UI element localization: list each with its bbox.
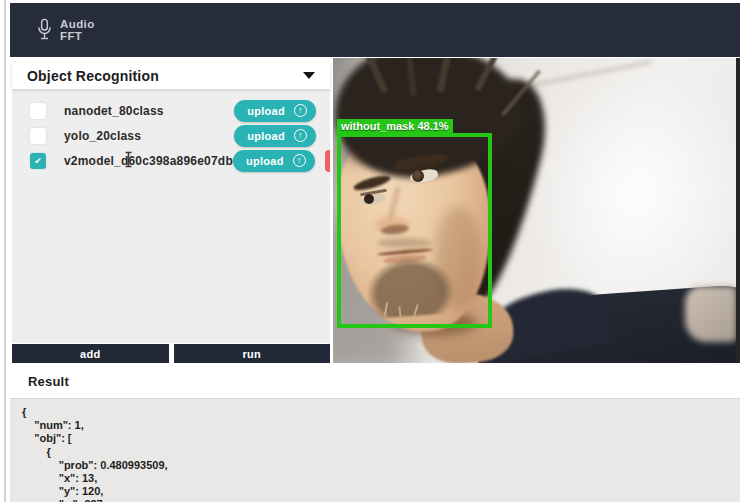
- model-checkbox-yolo[interactable]: [30, 128, 46, 144]
- upload-button-nanodet[interactable]: upload ↑: [234, 100, 316, 122]
- chevron-down-icon[interactable]: [303, 72, 315, 79]
- detection-bounding-box: [337, 133, 492, 328]
- model-checkbox-v2model[interactable]: ✔: [30, 153, 46, 169]
- model-name-label: nanodet_80class: [64, 104, 164, 118]
- model-list: nanodet_80class upload ↑ yolo_20class up…: [12, 89, 330, 343]
- top-header-bar: Audio FFT: [10, 3, 740, 57]
- upload-arrow-icon: ↑: [294, 104, 307, 117]
- page-edge-divider: [4, 0, 6, 502]
- microphone-icon: [36, 17, 53, 43]
- model-row-nanodet: nanodet_80class upload ↑: [12, 98, 330, 123]
- upload-button-label: upload: [247, 130, 285, 142]
- object-recognition-panel: Object Recognition nanodet_80class uploa…: [12, 62, 330, 363]
- model-row-yolo: yolo_20class upload ↑: [12, 123, 330, 148]
- model-checkbox-nanodet[interactable]: [30, 103, 46, 119]
- panel-title: Object Recognition: [27, 68, 159, 84]
- app-title: Audio FFT: [60, 18, 95, 43]
- result-title: Result: [28, 374, 69, 389]
- app-title-line1: Audio: [60, 18, 95, 31]
- app-window: Audio FFT Object Recognition nanodet_80c…: [0, 0, 740, 502]
- upload-button-label: upload: [247, 105, 285, 117]
- result-json: { "num": 1, "obj": [ { "prob": 0.4809935…: [10, 399, 740, 502]
- upload-arrow-icon: ↑: [293, 154, 306, 167]
- app-title-line2: FFT: [60, 30, 95, 43]
- panel-header[interactable]: Object Recognition: [12, 62, 330, 89]
- add-button[interactable]: add: [12, 344, 169, 363]
- model-row-v2model: ✔ v2model_d60c398a896e07db upload ↑ ✕: [12, 148, 330, 173]
- webcam-wall-wedge: [685, 286, 737, 342]
- result-header: Result: [10, 363, 740, 398]
- result-output: { "num": 1, "obj": [ { "prob": 0.4809935…: [10, 398, 740, 502]
- upload-button-yolo[interactable]: upload ↑: [234, 125, 316, 147]
- model-name-label: v2model_d60c398a896e07db: [64, 154, 233, 168]
- detection-label: without_mask 48.1%: [337, 119, 453, 133]
- run-button[interactable]: run: [174, 344, 331, 363]
- webcam-frame-edge: [736, 58, 740, 363]
- webcam-wall-highlight: [523, 68, 740, 318]
- upload-button-label: upload: [246, 155, 284, 167]
- delete-model-button[interactable]: ✕: [325, 150, 330, 172]
- webcam-preview: without_mask 48.1%: [333, 58, 740, 363]
- upload-arrow-icon: ↑: [294, 129, 307, 142]
- panel-actions: add run: [12, 344, 330, 363]
- model-name-label: yolo_20class: [64, 129, 141, 143]
- upload-button-v2model[interactable]: upload ↑: [233, 150, 315, 172]
